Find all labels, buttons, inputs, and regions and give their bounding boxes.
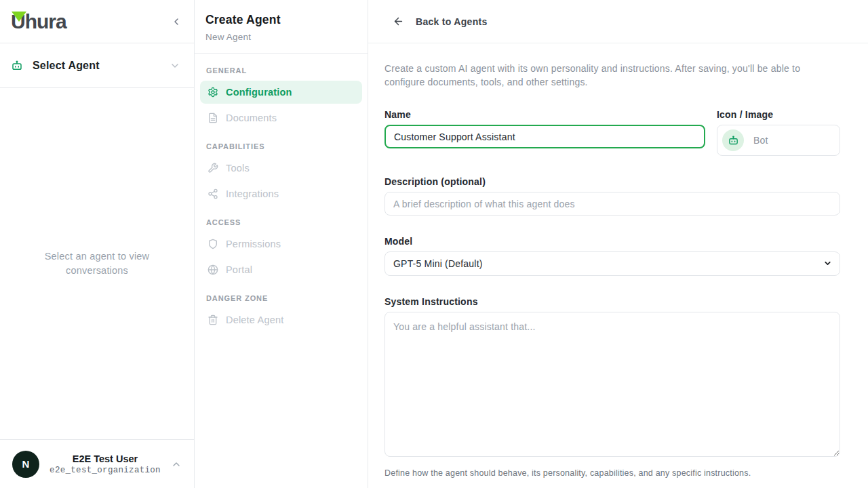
system-instructions-textarea[interactable] [384,312,840,457]
trash-icon [208,314,218,325]
model-select[interactable]: GPT-5 Mini (Default) [384,251,840,276]
main-header: Back to Agents [368,0,868,43]
back-to-agents-button[interactable]: Back to Agents [393,16,488,27]
wrench-icon [208,163,218,174]
avatar: N [12,451,39,478]
collapse-sidebar-button[interactable] [170,15,183,28]
chevron-left-icon [171,16,182,27]
description-input[interactable] [384,192,840,216]
empty-state-text: Select an agent to view conversations [0,88,194,439]
uhura-logo: Uhura [11,12,66,32]
select-agent-dropdown[interactable]: Select Agent [0,43,194,88]
panel-nav: GENERAL Configuration Documents CAPABILI… [195,66,368,331]
back-label: Back to Agents [416,16,488,27]
user-organization: e2e_test_organization [47,466,163,475]
integrations-icon [208,188,218,199]
back-arrow-icon [393,16,404,27]
icon-image-label: Icon / Image [717,109,840,120]
section-label-danger-zone: DANGER ZONE [206,294,356,302]
document-icon [208,113,218,123]
model-label: Model [384,236,840,247]
bot-icon [11,60,23,72]
nav-item-label: Delete Agent [226,314,283,325]
nav-item-configuration[interactable]: Configuration [200,81,362,104]
intro-text: Create a custom AI agent with its own pe… [384,62,840,89]
section-label-access: ACCESS [206,218,356,226]
bot-icon-circle [722,129,744,151]
logo-triangle-icon [12,12,26,22]
globe-icon [208,264,218,275]
nav-item-portal[interactable]: Portal [200,258,362,281]
gear-icon [208,87,218,98]
nav-item-label: Integrations [226,188,279,199]
agent-name-input[interactable] [384,125,705,148]
sidebar-header: Uhura [0,0,194,43]
nav-item-label: Tools [226,163,250,174]
user-menu[interactable]: N E2E Test User e2e_test_organization [0,439,194,488]
main-sidebar: Uhura Select Agent Select an agent to vi… [0,0,195,488]
system-instructions-label: System Instructions [384,296,840,307]
bot-icon [728,135,739,146]
nav-item-label: Portal [226,264,252,275]
user-info: E2E Test User e2e_test_organization [47,453,163,475]
agent-config-panel: Create Agent New Agent GENERAL Configura… [195,0,368,488]
panel-subtitle: New Agent [205,32,357,42]
nav-item-tools[interactable]: Tools [200,157,362,180]
user-name: E2E Test User [47,453,163,464]
section-label-capabilities: CAPABILITIES [206,142,356,150]
select-agent-label: Select Agent [33,60,100,72]
instructions-helper-text: Define how the agent should behave, its … [384,468,840,478]
main-content: Back to Agents Create a custom AI agent … [368,0,868,488]
panel-title: Create Agent [205,13,357,27]
nav-item-permissions[interactable]: Permissions [200,232,362,256]
nav-item-integrations[interactable]: Integrations [200,182,362,205]
chevron-up-icon [171,459,182,470]
nav-item-label: Documents [226,113,277,123]
nav-item-label: Configuration [226,87,292,98]
panel-header: Create Agent New Agent [195,0,368,54]
section-label-general: GENERAL [206,66,356,75]
create-agent-form: Create a custom AI agent with its own pe… [368,43,868,488]
name-label: Name [384,109,705,120]
nav-item-delete-agent[interactable]: Delete Agent [200,308,362,331]
icon-picker-value: Bot [753,135,768,146]
nav-item-label: Permissions [226,239,281,249]
shield-icon [208,239,218,249]
description-label: Description (optional) [384,176,840,187]
chevron-down-icon [170,60,180,71]
icon-picker-button[interactable]: Bot [717,125,840,156]
nav-item-documents[interactable]: Documents [200,106,362,129]
